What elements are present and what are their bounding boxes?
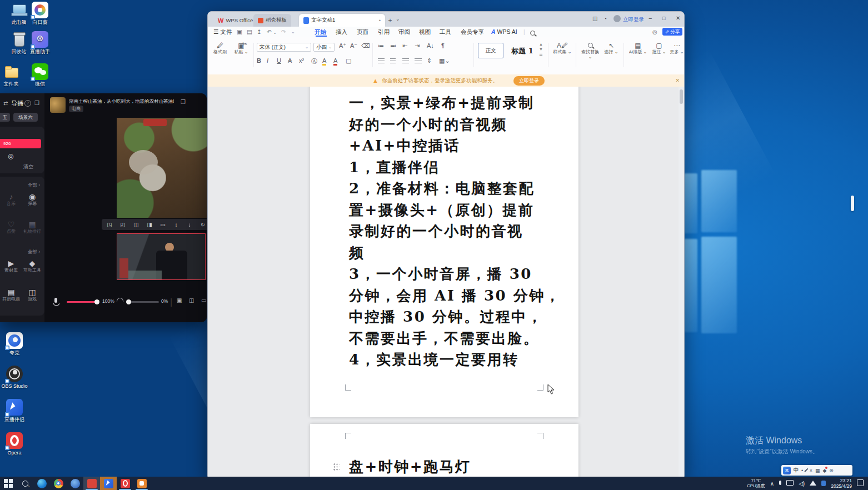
ime-cut-icon[interactable]: × bbox=[810, 468, 812, 473]
redo-icon[interactable]: ↷ bbox=[281, 28, 286, 36]
tray-network-icon[interactable] bbox=[810, 481, 816, 487]
menu-member[interactable]: 会员专享 bbox=[461, 28, 484, 36]
menu-home[interactable]: 开始 bbox=[315, 28, 326, 36]
ime-toolbox-icon[interactable]: ◆ bbox=[822, 468, 826, 473]
clock-widget[interactable]: 23:21 2025/4/29 bbox=[831, 478, 852, 489]
tool-music[interactable]: ♪ 音乐 bbox=[0, 192, 22, 207]
superscript-button[interactable]: x² bbox=[299, 57, 304, 64]
align-left-icon[interactable] bbox=[378, 58, 385, 64]
taskbar-opera[interactable] bbox=[117, 477, 133, 490]
line-spacing-icon[interactable]: ⇕ bbox=[427, 57, 432, 64]
taskbar-browser-blue[interactable] bbox=[67, 477, 83, 490]
style-heading1[interactable]: 标题 1 bbox=[508, 44, 537, 58]
tray-speaker-icon[interactable]: ◁) bbox=[799, 481, 805, 487]
tool-media-library[interactable]: ▶ 素材库 bbox=[0, 259, 22, 273]
menu-view[interactable]: 视图 bbox=[419, 28, 431, 36]
fit-grid-icon[interactable]: ◰ bbox=[116, 222, 129, 228]
menu-reference[interactable]: 引用 bbox=[378, 28, 390, 36]
menu-review[interactable]: 审阅 bbox=[398, 28, 410, 36]
scrollbar-thumb[interactable] bbox=[680, 89, 683, 104]
char-border-button[interactable]: ▢ bbox=[346, 57, 351, 64]
menu-wps-ai[interactable]: A WPS AI bbox=[491, 28, 517, 36]
paste-button[interactable]: ▣ 粘贴 ⌄ bbox=[230, 42, 252, 54]
crop-icon[interactable]: ▭ bbox=[156, 222, 169, 228]
find-replace-button[interactable]: 查找替换 ⌄ bbox=[579, 42, 601, 59]
tray-expand-icon[interactable]: ∧ bbox=[770, 481, 774, 487]
document-page-1[interactable]: 一，实景+绿布+提前录制 好的一个小时的音视频 +AI+中控插话 1，直播伴侣 … bbox=[310, 87, 578, 417]
ime-mode-chinese[interactable]: 中 bbox=[794, 467, 799, 474]
video-preview-secondary[interactable] bbox=[117, 233, 206, 280]
scene-tab-5[interactable]: 五 bbox=[0, 113, 10, 122]
desktop-icon-live-helper-setup[interactable]: ⊛ 直播助手 bbox=[26, 31, 54, 54]
avatar[interactable] bbox=[613, 15, 621, 22]
maximize-button[interactable]: □ bbox=[662, 16, 665, 21]
align-right-icon[interactable] bbox=[402, 58, 409, 64]
desktop-icon-folder[interactable]: 文件夹 bbox=[0, 63, 26, 87]
style-gallery-scroll[interactable]: ▲▼☰ bbox=[539, 42, 543, 57]
taskbar-orange-app[interactable] bbox=[133, 477, 150, 490]
desktop-icon-opera[interactable]: Opera bbox=[0, 432, 29, 456]
layout-switch-icon[interactable]: ◫ bbox=[592, 16, 597, 22]
strikethrough-button[interactable]: A bbox=[288, 57, 292, 64]
taskbar-chrome[interactable] bbox=[50, 477, 67, 490]
italic-button[interactable]: I bbox=[267, 57, 268, 64]
search-icon[interactable] bbox=[530, 29, 535, 38]
scene-tab-6[interactable]: 场景六 bbox=[13, 113, 38, 122]
vertical-scrollbar[interactable] bbox=[679, 87, 684, 478]
notice-login-button[interactable]: 立即登录 bbox=[513, 76, 545, 86]
toolbar-more-icon[interactable]: ⌄ bbox=[291, 28, 295, 36]
tool-ecommerce[interactable]: ▤ 开启电商 bbox=[0, 288, 22, 302]
tab-list-button[interactable]: ⌄ bbox=[396, 16, 400, 22]
scene-active-banner[interactable]: 926 bbox=[0, 139, 41, 148]
ime-settings-icon[interactable]: ⊛ bbox=[829, 468, 834, 473]
taskbar-edge[interactable] bbox=[33, 477, 50, 490]
share-button[interactable]: ⇗ 分享 bbox=[662, 28, 682, 36]
print-icon[interactable]: ▤ bbox=[247, 28, 252, 36]
increase-font-icon[interactable]: A⁺ bbox=[339, 42, 346, 49]
camera-settings-icon[interactable]: ▣ bbox=[177, 297, 182, 303]
font-color-button[interactable]: A bbox=[333, 57, 337, 66]
desktop-icon-sunflower[interactable]: 向日葵 bbox=[26, 2, 54, 25]
font-size-select[interactable]: 小四⌄ bbox=[313, 43, 335, 52]
edge-panel-handle[interactable] bbox=[851, 196, 854, 211]
decrease-font-icon[interactable]: A⁻ bbox=[350, 42, 357, 49]
expand-icon[interactable]: ❐ bbox=[34, 100, 39, 106]
ime-pen-icon[interactable] bbox=[806, 468, 807, 473]
paragraph-drag-handle[interactable] bbox=[333, 463, 340, 472]
desktop-icon-live-companion[interactable]: 直播伴侣 bbox=[0, 399, 29, 422]
cpu-temp-widget[interactable]: 71℃ CPU温度 bbox=[747, 478, 765, 488]
ime-keyboard-icon[interactable]: ▦ bbox=[815, 468, 820, 473]
tool-danmaku[interactable]: ◉ 弹幕 bbox=[21, 192, 43, 207]
document-page-2[interactable]: 盘+时钟+跑马灯 bbox=[310, 424, 578, 478]
tool-gift-rank[interactable]: ▦ 礼物排行 bbox=[21, 220, 43, 234]
target-icon[interactable]: ◎ bbox=[8, 152, 13, 160]
font-name-select[interactable]: 宋体 (正文)⌄ bbox=[257, 43, 311, 52]
action-center-icon[interactable] bbox=[857, 479, 864, 487]
format-painter-button[interactable]: 🖉 格式刷 bbox=[209, 42, 231, 54]
notice-close-icon[interactable]: ✕ bbox=[675, 78, 680, 83]
stream-edit-icon[interactable]: ❐ bbox=[181, 99, 186, 105]
show-marks-icon[interactable]: ¶ bbox=[441, 42, 445, 49]
monitor-volume-knob[interactable] bbox=[126, 299, 131, 304]
eye-protect-icon[interactable]: ◎ bbox=[652, 28, 657, 36]
menu-tools[interactable]: 工具 bbox=[440, 28, 451, 36]
file-menu[interactable]: ☰ 文件 bbox=[213, 28, 232, 36]
taskbar-red-app[interactable] bbox=[83, 477, 100, 490]
flip-horizontal-icon[interactable]: ◨ bbox=[143, 222, 156, 228]
document-tab[interactable]: 文字文稿1 • bbox=[299, 14, 385, 27]
flip-vertical-icon[interactable]: ↕ bbox=[169, 222, 183, 228]
align-center-icon[interactable] bbox=[390, 58, 396, 64]
save-icon[interactable]: ▣ bbox=[237, 28, 242, 36]
swap-icon[interactable]: ⇄ bbox=[3, 100, 8, 106]
start-button[interactable] bbox=[0, 477, 17, 490]
export-icon[interactable]: ↥ bbox=[257, 28, 262, 36]
duplicate-icon[interactable]: ◫ bbox=[129, 222, 143, 228]
wps-home-tab[interactable]: W WPS Office bbox=[213, 14, 257, 27]
docer-tab[interactable]: 稻壳模板 bbox=[253, 14, 291, 27]
tool-game[interactable]: ◫ 游戏 bbox=[21, 288, 43, 302]
taskbar-search-button[interactable] bbox=[17, 477, 33, 490]
menu-page[interactable]: 页面 bbox=[357, 28, 368, 36]
desktop-icon-wechat[interactable]: 微信 bbox=[26, 63, 54, 87]
tools-more-link2[interactable]: 全部 › bbox=[28, 249, 40, 256]
monitor-headphone-icon[interactable] bbox=[117, 298, 123, 302]
